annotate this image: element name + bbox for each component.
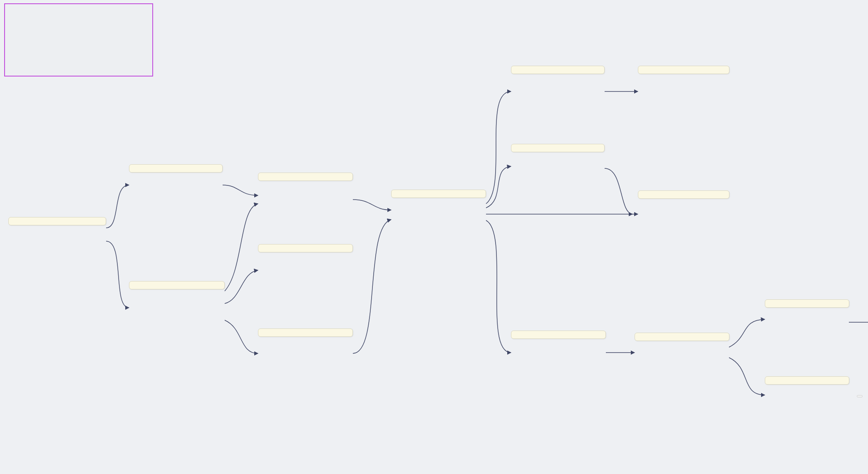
edge-label-red bbox=[732, 333, 735, 334]
node-add-ad[interactable] bbox=[511, 144, 605, 152]
node-post-out[interactable] bbox=[129, 164, 223, 173]
edge bbox=[225, 270, 258, 304]
edge bbox=[486, 91, 511, 204]
node-get-stuff[interactable] bbox=[8, 217, 106, 225]
node-i-can-search[interactable] bbox=[129, 281, 225, 289]
edge-label-tiny bbox=[234, 284, 237, 285]
edge bbox=[605, 168, 632, 214]
edge bbox=[353, 200, 391, 210]
edge bbox=[225, 204, 258, 291]
edge bbox=[353, 220, 391, 353]
edge bbox=[106, 185, 129, 228]
node-create-another-course[interactable] bbox=[258, 244, 353, 252]
node-add-stuff[interactable] bbox=[765, 376, 849, 385]
node-mgsa-27[interactable] bbox=[638, 190, 729, 199]
node-read-news[interactable] bbox=[391, 190, 486, 198]
edge bbox=[223, 185, 258, 195]
node-title-card[interactable] bbox=[638, 66, 729, 74]
node-mgsa-92[interactable] bbox=[258, 173, 353, 181]
minimap[interactable] bbox=[4, 3, 153, 77]
node-example-nfras[interactable] bbox=[511, 331, 606, 339]
node-subscribe-rss[interactable] bbox=[258, 328, 353, 337]
edge bbox=[486, 166, 511, 208]
node-arrange-details[interactable] bbox=[765, 299, 849, 308]
edge-label-blue bbox=[853, 318, 856, 319]
diagram-canvas[interactable] bbox=[0, 0, 868, 474]
minimap-content bbox=[5, 4, 152, 76]
edge bbox=[729, 358, 765, 395]
node-how-to-dance[interactable] bbox=[635, 333, 729, 341]
edge bbox=[486, 220, 511, 353]
floating-chip[interactable] bbox=[857, 395, 863, 397]
edge-label-after bbox=[464, 283, 466, 284]
edge bbox=[225, 320, 258, 353]
node-send-email[interactable] bbox=[511, 66, 605, 74]
edge bbox=[106, 241, 129, 308]
